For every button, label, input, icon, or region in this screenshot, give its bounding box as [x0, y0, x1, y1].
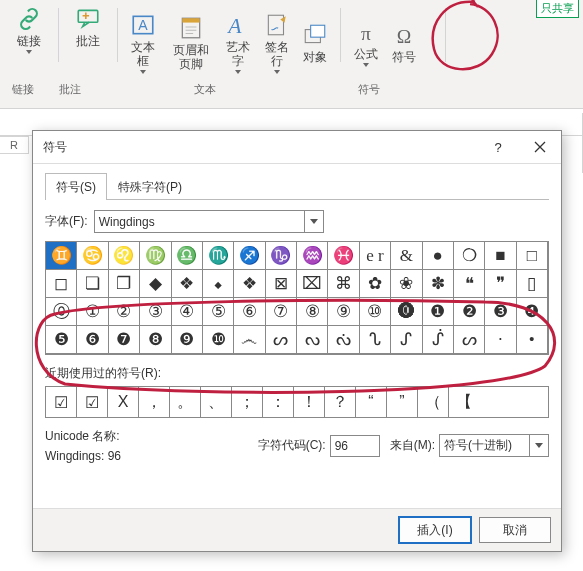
symbol-cell[interactable]: ᔓ	[296, 325, 328, 354]
symbol-cell[interactable]: ✿	[359, 269, 391, 298]
symbol-cell[interactable]: ⑧	[296, 297, 328, 326]
symbol-cell[interactable]: ♓	[327, 241, 359, 270]
recent-cell[interactable]: 。	[170, 387, 201, 417]
share-tag[interactable]: 只共享	[536, 0, 579, 18]
symbol-cell[interactable]: ❻	[76, 325, 108, 354]
symbol-cell[interactable]: ⊠	[265, 269, 297, 298]
recent-cell[interactable]: Χ	[108, 387, 139, 417]
symbol-cell[interactable]: ⑤	[202, 297, 234, 326]
recent-cell[interactable]: ”	[387, 387, 418, 417]
symbol-cell[interactable]: ❷	[453, 297, 485, 326]
symbol-cell[interactable]: ❶	[422, 297, 454, 326]
recent-symbols[interactable]: ☑☑Χ，。、；：！？“”（【	[45, 386, 549, 418]
symbol-cell[interactable]: ᔐ	[359, 325, 391, 354]
symbol-cell[interactable]: ᔕ	[453, 325, 485, 354]
recent-cell[interactable]: “	[356, 387, 387, 417]
equation-button[interactable]: π 公式	[347, 15, 385, 71]
symbol-cell[interactable]: e r	[359, 241, 391, 270]
symbol-cell[interactable]: ᔑ	[390, 325, 422, 354]
tab-symbol[interactable]: 符号(S)	[45, 173, 107, 200]
recent-cell[interactable]: ？	[325, 387, 356, 417]
recent-cell[interactable]: ；	[232, 387, 263, 417]
recent-cell[interactable]: （	[418, 387, 449, 417]
charcode-input[interactable]: 96	[330, 435, 380, 457]
symbol-cell[interactable]: ②	[108, 297, 140, 326]
symbol-cell[interactable]: ●	[422, 241, 454, 270]
symbol-cell[interactable]: ⑨	[327, 297, 359, 326]
symbol-cell[interactable]: ⑩	[359, 297, 391, 326]
symbol-cell[interactable]: ·	[484, 325, 516, 354]
cancel-button[interactable]: 取消	[479, 517, 551, 543]
textbox-button[interactable]: A 文本框	[124, 8, 163, 78]
symbol-cell[interactable]: ♎	[171, 241, 203, 270]
recent-cell[interactable]: ！	[294, 387, 325, 417]
symbol-cell[interactable]: ⓪	[45, 297, 77, 326]
recent-cell[interactable]: 、	[201, 387, 232, 417]
insert-button[interactable]: 插入(I)	[399, 517, 471, 543]
headerfooter-button[interactable]: 页眉和页脚	[163, 11, 219, 75]
symbol-cell[interactable]: ■	[484, 241, 516, 270]
symbol-cell[interactable]: ❹	[516, 297, 548, 326]
symbol-cell[interactable]: ❐	[108, 269, 140, 298]
symbol-cell[interactable]: ❿	[202, 325, 234, 354]
recent-cell[interactable]: 【	[449, 387, 479, 417]
dialog-titlebar[interactable]: 符号 ?	[33, 131, 561, 164]
help-button[interactable]: ?	[477, 131, 519, 163]
symbol-cell[interactable]: ᔔ	[327, 325, 359, 354]
symbol-cell[interactable]: ♍	[139, 241, 171, 270]
symbol-cell[interactable]: ⑦	[265, 297, 297, 326]
font-select[interactable]: Wingdings	[94, 210, 324, 233]
symbol-cell[interactable]: ᔒ	[422, 325, 454, 354]
signature-button[interactable]: 签名行	[257, 8, 296, 78]
symbol-cell[interactable]: ♐	[233, 241, 265, 270]
symbol-cell[interactable]: ⌘	[327, 269, 359, 298]
symbol-cell[interactable]: ❾	[171, 325, 203, 354]
symbol-cell[interactable]: ❀	[390, 269, 422, 298]
close-button[interactable]	[519, 131, 561, 163]
symbol-grid[interactable]: ♊♋♌♍♎♏♐♑♒♓e r&●❍■□◻❏❐◆❖⬥❖⊠⌧⌘✿❀✽❝❞▯⓪①②③④⑤…	[45, 241, 549, 355]
symbol-cell[interactable]: ♏	[202, 241, 234, 270]
column-header[interactable]: R	[0, 136, 29, 154]
symbol-cell[interactable]: ⬥	[202, 269, 234, 298]
symbol-cell[interactable]: ①	[76, 297, 108, 326]
symbol-cell[interactable]: ♋	[76, 241, 108, 270]
recent-cell[interactable]: ，	[139, 387, 170, 417]
symbol-cell[interactable]: ▯	[516, 269, 548, 298]
recent-cell[interactable]: ☑	[77, 387, 108, 417]
symbol-cell[interactable]: ♑	[265, 241, 297, 270]
symbol-cell[interactable]: ④	[171, 297, 203, 326]
symbol-cell[interactable]: ♊	[45, 241, 77, 270]
symbol-cell[interactable]: ❺	[45, 325, 77, 354]
symbol-cell[interactable]: ③	[139, 297, 171, 326]
symbol-cell[interactable]: •	[516, 325, 548, 354]
symbol-cell[interactable]: ❽	[139, 325, 171, 354]
symbol-cell[interactable]: ❞	[484, 269, 516, 298]
symbol-cell[interactable]: ❖	[233, 269, 265, 298]
symbol-cell[interactable]: ♒	[296, 241, 328, 270]
symbol-cell[interactable]: ⑥	[233, 297, 265, 326]
symbol-cell[interactable]: ❼	[108, 325, 140, 354]
symbol-cell[interactable]: ❖	[171, 269, 203, 298]
symbol-cell[interactable]: ◆	[139, 269, 171, 298]
symbol-cell[interactable]: ᔕ	[265, 325, 297, 354]
symbol-cell[interactable]: ✽	[422, 269, 454, 298]
object-button[interactable]: 对象	[296, 18, 334, 68]
symbol-cell[interactable]: ❏	[76, 269, 108, 298]
symbol-cell[interactable]: ⌧	[296, 269, 328, 298]
symbol-cell[interactable]: ❝	[453, 269, 485, 298]
link-button[interactable]: 链接	[10, 2, 48, 58]
tab-special[interactable]: 特殊字符(P)	[107, 173, 193, 200]
symbol-cell[interactable]: ❸	[484, 297, 516, 326]
wordart-button[interactable]: A 艺术字	[219, 8, 258, 78]
recent-cell[interactable]: ☑	[46, 387, 77, 417]
symbol-cell[interactable]: ♌	[108, 241, 140, 270]
from-select[interactable]: 符号(十进制)	[439, 434, 549, 457]
symbol-cell[interactable]: ⓿	[390, 297, 422, 326]
recent-cell[interactable]: ：	[263, 387, 294, 417]
symbol-button[interactable]: Ω 符号	[385, 18, 423, 68]
comment-button[interactable]: 批注	[69, 2, 107, 52]
symbol-cell[interactable]: ◻	[45, 269, 77, 298]
symbol-cell[interactable]: &	[390, 241, 422, 270]
symbol-cell[interactable]: ෴	[233, 325, 265, 354]
symbol-cell[interactable]: ❍	[453, 241, 485, 270]
